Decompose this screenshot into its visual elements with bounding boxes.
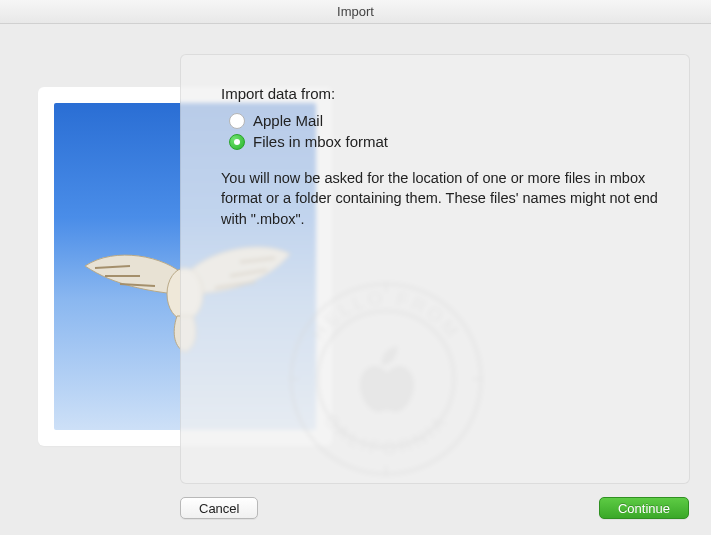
radio-icon: [229, 113, 245, 129]
content-area: HELLO FROM CALIFORNIA Import data from: …: [0, 24, 711, 535]
button-label: Continue: [618, 501, 670, 516]
radio-apple-mail[interactable]: Apple Mail: [229, 112, 661, 129]
radio-mbox-files[interactable]: Files in mbox format: [229, 133, 661, 150]
cancel-button[interactable]: Cancel: [180, 497, 258, 519]
button-bar: Cancel Continue: [0, 497, 711, 519]
window-titlebar: Import: [0, 0, 711, 24]
import-source-radio-group: Apple Mail Files in mbox format: [229, 112, 661, 150]
button-label: Cancel: [199, 501, 239, 516]
radio-label: Files in mbox format: [253, 133, 388, 150]
radio-icon: [229, 134, 245, 150]
window-title: Import: [337, 4, 374, 19]
import-options-panel: Import data from: Apple Mail Files in mb…: [180, 54, 690, 484]
panel-description: You will now be asked for the location o…: [221, 168, 661, 229]
continue-button[interactable]: Continue: [599, 497, 689, 519]
panel-heading: Import data from:: [221, 85, 661, 102]
radio-label: Apple Mail: [253, 112, 323, 129]
